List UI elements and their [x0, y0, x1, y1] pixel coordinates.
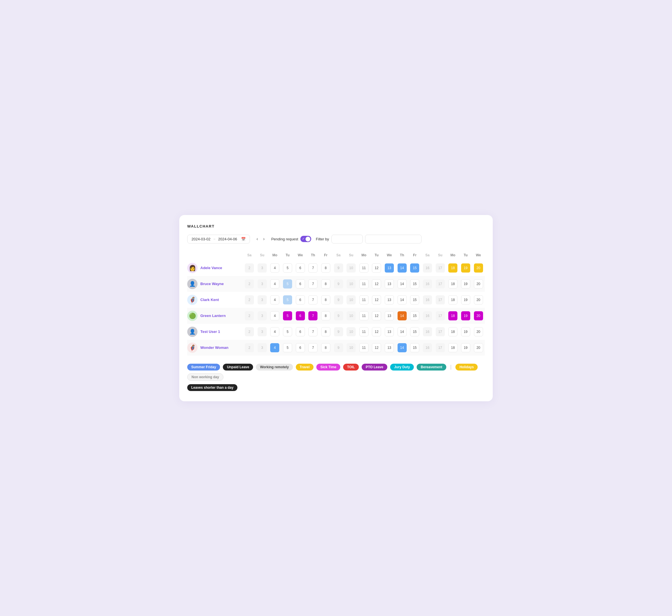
day-box[interactable]: 6 — [296, 343, 305, 352]
day-box[interactable]: 9 — [334, 343, 343, 352]
day-box[interactable]: 13 — [385, 311, 394, 320]
day-box[interactable]: 12 — [372, 295, 381, 304]
day-box[interactable]: 16 — [423, 263, 432, 273]
date-range-picker[interactable]: 2024-03-02 → 2024-04-06 📅 — [187, 235, 250, 243]
user-name[interactable]: Clark Kent — [200, 298, 219, 302]
day-box[interactable]: 4 — [270, 343, 279, 352]
day-box[interactable]: 10 — [347, 279, 356, 288]
day-box[interactable]: 20 — [474, 311, 483, 320]
user-name[interactable]: Wonder Woman — [200, 345, 228, 350]
day-box[interactable]: 11 — [360, 279, 369, 288]
day-box[interactable]: 5 — [283, 311, 292, 320]
day-box[interactable]: 8 — [321, 327, 330, 336]
day-box[interactable]: 9 — [334, 311, 343, 320]
day-box[interactable]: 20 — [474, 327, 483, 336]
prev-button[interactable]: ‹ — [254, 235, 260, 243]
day-box[interactable]: 2 — [245, 311, 254, 320]
day-box[interactable]: 7 — [308, 279, 317, 288]
day-box[interactable]: 17 — [436, 343, 445, 352]
day-box[interactable]: 13 — [385, 295, 394, 304]
day-box[interactable]: 8 — [321, 311, 330, 320]
day-box[interactable]: 16 — [423, 311, 432, 320]
day-box[interactable]: 18 — [448, 263, 458, 273]
day-box[interactable]: 13 — [385, 343, 394, 352]
day-box[interactable]: 6 — [296, 327, 305, 336]
day-box[interactable]: 5 — [283, 295, 292, 304]
user-name[interactable]: Adele Vance — [200, 266, 222, 270]
user-name[interactable]: Test User 1 — [200, 330, 220, 334]
day-box[interactable]: 19 — [461, 343, 470, 352]
day-box[interactable]: 5 — [283, 279, 292, 288]
day-box[interactable]: 18 — [448, 311, 458, 320]
day-box[interactable]: 11 — [360, 327, 369, 336]
day-box[interactable]: 3 — [258, 263, 267, 273]
day-box[interactable]: 5 — [283, 263, 292, 273]
toggle-switch[interactable]: ✓ — [300, 236, 311, 242]
day-box[interactable]: 15 — [410, 311, 419, 320]
day-box[interactable]: 14 — [398, 279, 407, 288]
day-box[interactable]: 8 — [321, 263, 330, 273]
day-box[interactable]: 12 — [372, 279, 381, 288]
day-box[interactable]: 19 — [461, 327, 470, 336]
day-box[interactable]: 15 — [410, 343, 419, 352]
day-box[interactable]: 19 — [461, 311, 470, 320]
day-box[interactable]: 7 — [308, 295, 317, 304]
day-box[interactable]: 8 — [321, 295, 330, 304]
day-box[interactable]: 16 — [423, 327, 432, 336]
day-box[interactable]: 16 — [423, 279, 432, 288]
day-box[interactable]: 20 — [474, 263, 483, 273]
day-box[interactable]: 20 — [474, 343, 483, 352]
day-box[interactable]: 14 — [398, 295, 407, 304]
day-box[interactable]: 10 — [347, 311, 356, 320]
day-box[interactable]: 11 — [360, 263, 369, 273]
day-box[interactable]: 2 — [245, 295, 254, 304]
day-box[interactable]: 7 — [308, 311, 317, 320]
day-box[interactable]: 3 — [258, 327, 267, 336]
day-box[interactable]: 19 — [461, 295, 470, 304]
day-box[interactable]: 18 — [448, 327, 458, 336]
day-box[interactable]: 6 — [296, 263, 305, 273]
day-box[interactable]: 4 — [270, 311, 279, 320]
day-box[interactable]: 9 — [334, 295, 343, 304]
day-box[interactable]: 2 — [245, 263, 254, 273]
day-box[interactable]: 15 — [410, 263, 419, 273]
day-box[interactable]: 12 — [372, 343, 381, 352]
day-box[interactable]: 12 — [372, 263, 381, 273]
day-box[interactable]: 12 — [372, 327, 381, 336]
day-box[interactable]: 4 — [270, 327, 279, 336]
day-box[interactable]: 4 — [270, 295, 279, 304]
day-box[interactable]: 14 — [398, 263, 407, 273]
day-box[interactable]: 6 — [296, 295, 305, 304]
day-box[interactable]: 16 — [423, 343, 432, 352]
day-box[interactable]: 3 — [258, 295, 267, 304]
day-box[interactable]: 2 — [245, 279, 254, 288]
day-box[interactable]: 14 — [398, 327, 407, 336]
day-box[interactable]: 4 — [270, 279, 279, 288]
day-box[interactable]: 5 — [283, 327, 292, 336]
day-box[interactable]: 16 — [423, 295, 432, 304]
day-box[interactable]: 2 — [245, 343, 254, 352]
day-box[interactable]: 13 — [385, 327, 394, 336]
day-box[interactable]: 18 — [448, 279, 458, 288]
day-box[interactable]: 17 — [436, 327, 445, 336]
user-name[interactable]: Green Lantern — [200, 314, 226, 318]
day-box[interactable]: 5 — [283, 343, 292, 352]
day-box[interactable]: 20 — [474, 295, 483, 304]
day-box[interactable]: 3 — [258, 311, 267, 320]
day-box[interactable]: 10 — [347, 343, 356, 352]
day-box[interactable]: 15 — [410, 327, 419, 336]
day-box[interactable]: 8 — [321, 279, 330, 288]
day-box[interactable]: 11 — [360, 343, 369, 352]
day-box[interactable]: 2 — [245, 327, 254, 336]
day-box[interactable]: 17 — [436, 311, 445, 320]
day-box[interactable]: 11 — [360, 311, 369, 320]
user-name[interactable]: Bruce Wayne — [200, 282, 224, 286]
day-box[interactable]: 3 — [258, 279, 267, 288]
day-box[interactable]: 7 — [308, 327, 317, 336]
next-button[interactable]: › — [261, 235, 266, 243]
day-box[interactable]: 6 — [296, 279, 305, 288]
filter-search-input[interactable] — [365, 235, 422, 243]
day-box[interactable]: 14 — [398, 343, 407, 352]
day-box[interactable]: 20 — [474, 279, 483, 288]
day-box[interactable]: 14 — [398, 311, 407, 320]
